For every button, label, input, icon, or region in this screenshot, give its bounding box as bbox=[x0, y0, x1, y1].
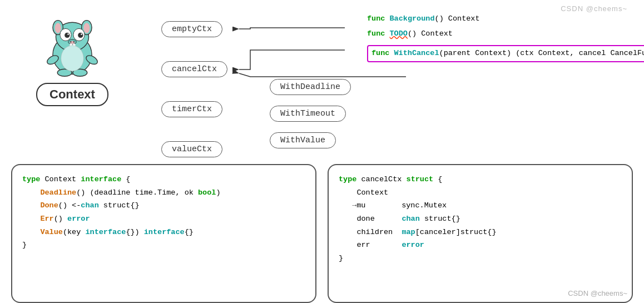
code-line-3: Done() <-chan struct{} bbox=[22, 199, 305, 212]
bottom-section: type Context interface { Deadline() (dea… bbox=[0, 164, 644, 303]
r-kw-error: error bbox=[402, 241, 424, 249]
kw-chan-done: chan bbox=[81, 201, 98, 210]
node-cancelCtx: cancelCtx bbox=[161, 61, 227, 77]
gopher-icon bbox=[39, 11, 106, 78]
watermark-bottom: CSDN @cheems~ bbox=[568, 289, 627, 297]
method-done: Done bbox=[40, 201, 58, 210]
svg-point-8 bbox=[65, 33, 70, 38]
svg-point-22 bbox=[61, 46, 84, 71]
code-line-6: } bbox=[22, 239, 305, 252]
svg-point-15 bbox=[73, 41, 75, 43]
err-sig: () bbox=[54, 215, 67, 223]
r-field-context: Context bbox=[356, 188, 388, 197]
r-code-line-7: } bbox=[339, 252, 622, 265]
node-emptyCtx: emptyCtx bbox=[161, 21, 222, 37]
svg-point-4 bbox=[55, 23, 61, 33]
func-name-todo: TODO bbox=[390, 29, 408, 38]
svg-point-14 bbox=[70, 41, 72, 43]
brace-open: { bbox=[126, 175, 130, 183]
r-kw-map: map bbox=[402, 228, 415, 236]
func-sig-1: () Context bbox=[435, 14, 480, 23]
svg-point-5 bbox=[83, 23, 90, 33]
method-err: Err bbox=[40, 215, 53, 223]
method-deadline: Deadline bbox=[40, 188, 76, 197]
brace-close-left: } bbox=[22, 241, 27, 249]
func-keyword-1: func bbox=[367, 14, 385, 23]
r-field-children-pre: children bbox=[356, 228, 402, 236]
r-field-done-pre: done bbox=[356, 215, 402, 223]
code-line-4: Err() error bbox=[22, 212, 305, 226]
svg-point-11 bbox=[81, 33, 82, 35]
r-code-line-4: done chan struct{} bbox=[339, 212, 622, 226]
kw-interface-return: interface bbox=[144, 228, 185, 236]
r-arrow: → bbox=[352, 200, 356, 212]
r-brace-close: } bbox=[339, 254, 343, 262]
main-container: CSDN @cheems~ bbox=[0, 0, 644, 303]
code-box-context: type Context interface { Deadline() (dea… bbox=[11, 164, 316, 303]
deadline-sig: () (deadline time.Time, ok bbox=[76, 188, 198, 197]
kw-interface-param: interface bbox=[85, 228, 126, 236]
top-section: Context bbox=[0, 0, 644, 161]
value-sig-mid: {}) bbox=[126, 228, 143, 236]
func-signatures: func Background() Context func TODO() Co… bbox=[367, 13, 644, 62]
svg-point-10 bbox=[67, 33, 69, 35]
diagram-area: emptyCtx cancelCtx timerCtx valueCtx Wit… bbox=[128, 6, 640, 156]
r-code-line-3: →mu sync.Mutex bbox=[339, 199, 622, 212]
r-field-done-post: struct{} bbox=[420, 215, 460, 223]
r-field-children-post: [canceler]struct{} bbox=[415, 228, 497, 236]
context-label: Context bbox=[36, 83, 108, 106]
gopher-area: Context bbox=[11, 11, 133, 106]
func-withcancel-line: func WithCancel(parent Context) (ctx Con… bbox=[367, 45, 644, 62]
node-withDeadline: WithDeadline bbox=[270, 79, 351, 95]
done-sig-post: struct{} bbox=[99, 201, 140, 210]
func-withcancel-highlight: func WithCancel(parent Context) (ctx Con… bbox=[367, 45, 644, 62]
func-background: func Background() Context bbox=[367, 13, 644, 26]
node-withValue: WithValue bbox=[270, 132, 336, 148]
deadline-paren: ) bbox=[216, 188, 220, 197]
node-timerCtx: timerCtx bbox=[161, 101, 222, 117]
r-code-line-1: type cancelCtx struct { bbox=[339, 173, 622, 186]
method-value: Value bbox=[40, 228, 63, 236]
func-name-background: Background bbox=[390, 14, 435, 23]
node-valueCtx: valueCtx bbox=[161, 141, 222, 157]
func-keyword-3: func bbox=[371, 49, 389, 57]
kw-bool: bool bbox=[198, 188, 216, 197]
svg-point-9 bbox=[78, 33, 83, 38]
r-type-name: cancelCtx bbox=[361, 175, 407, 183]
r-field-mu: mu sync.Mutex bbox=[356, 201, 447, 210]
code-line-2: Deadline() (deadline time.Time, ok bool) bbox=[22, 186, 305, 200]
r-brace-open: { bbox=[438, 175, 442, 183]
func-name-withcancel: WithCancel bbox=[394, 49, 439, 57]
r-kw-chan: chan bbox=[402, 215, 419, 223]
value-sig-post: {} bbox=[185, 228, 194, 236]
code-line-5: Value(key interface{}) interface{} bbox=[22, 226, 305, 239]
value-sig-pre: (key bbox=[63, 228, 86, 236]
code-line-1: type Context interface { bbox=[22, 173, 305, 186]
func-sig-2: () Context bbox=[408, 29, 453, 38]
r-code-line-5: children map[canceler]struct{} bbox=[339, 226, 622, 239]
kw-error: error bbox=[67, 215, 90, 223]
node-withTimeout: WithTimeout bbox=[270, 106, 346, 122]
r-kw-type: type bbox=[339, 175, 356, 183]
func-todo: func TODO() Context bbox=[367, 28, 644, 41]
kw-type: type bbox=[22, 175, 40, 183]
type-name-context: Context bbox=[45, 175, 81, 183]
r-kw-struct: struct bbox=[407, 175, 434, 183]
func-sig-3: (parent Context) (ctx Context, cancel Ca… bbox=[439, 49, 644, 57]
r-code-line-6: err error bbox=[339, 239, 622, 252]
code-box-cancelctx: type cancelCtx struct { Context →mu sync… bbox=[328, 164, 633, 303]
func-keyword-2: func bbox=[367, 29, 385, 38]
done-sig-pre: () <- bbox=[58, 201, 81, 210]
r-field-err-pre: err bbox=[356, 241, 402, 249]
kw-interface: interface bbox=[81, 175, 121, 183]
r-code-line-2: Context bbox=[339, 186, 622, 200]
